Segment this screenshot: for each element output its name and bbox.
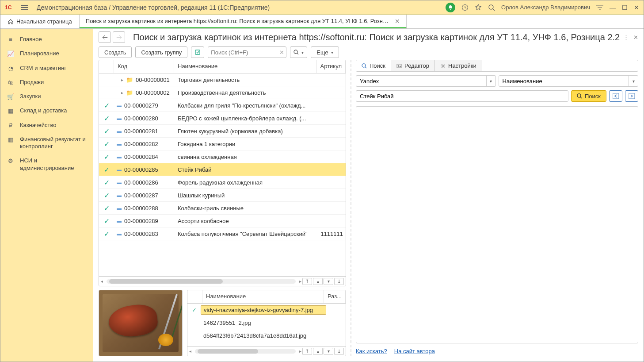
tab-settings[interactable]: Настройки bbox=[435, 60, 482, 71]
col-code[interactable]: Код bbox=[114, 60, 174, 73]
create-group-button[interactable]: Создать группу bbox=[135, 46, 187, 58]
scroll-up[interactable]: ▴ bbox=[313, 278, 323, 285]
file-col-name[interactable]: Наименование bbox=[202, 290, 324, 303]
boxes-icon: ▦ bbox=[7, 108, 15, 114]
sidebar-item-finresult[interactable]: ▥Финансовый результат и контроллинг bbox=[0, 132, 93, 154]
forward-button[interactable]: 🡢 bbox=[113, 31, 125, 43]
search-icon[interactable] bbox=[488, 4, 495, 11]
table-row[interactable]: ✓▬00-00000279Колбаски для гриля "По-крес… bbox=[99, 99, 346, 112]
table-header: Код Наименование Артикул bbox=[99, 60, 346, 73]
scroll-down[interactable]: ▾ bbox=[324, 278, 333, 285]
h-scrollbar[interactable] bbox=[107, 279, 296, 284]
sidebar-item-warehouse[interactable]: ▦Склад и доставка bbox=[0, 104, 93, 118]
table-row[interactable]: ✓▬00-00000287Шашлык куриный bbox=[99, 189, 346, 202]
table-row[interactable]: ✓▬00-00000285Стейк Рибай bbox=[99, 163, 346, 176]
refresh-button[interactable] bbox=[191, 46, 204, 58]
field-input[interactable] bbox=[499, 78, 629, 85]
engine-combo[interactable]: ▾ bbox=[356, 75, 496, 87]
file-row[interactable]: 1462739551_2.jpg bbox=[187, 316, 346, 329]
file-mark: ✓ bbox=[187, 307, 201, 313]
maximize-button[interactable]: ☐ bbox=[622, 4, 628, 11]
bell-icon[interactable] bbox=[446, 3, 455, 12]
table-row[interactable]: ✓▬00-00000288Колбаски-гриль свинные bbox=[99, 202, 346, 215]
table-row[interactable]: ▸📁00-00000001Торговая деятельность bbox=[99, 73, 346, 86]
search-button[interactable]: Поиск bbox=[571, 90, 606, 102]
sidebar-item-crm[interactable]: ◔CRM и маркетинг bbox=[0, 61, 93, 75]
search-drop-button[interactable] bbox=[290, 46, 307, 58]
home-tab[interactable]: Начальная страница bbox=[0, 15, 80, 28]
back-button[interactable]: 🡠 bbox=[99, 31, 111, 43]
row-name: Глютен кукурузный (кормовая добавка) bbox=[174, 128, 321, 135]
engine-input[interactable] bbox=[356, 78, 486, 85]
f-scroll-top[interactable]: ⤒ bbox=[302, 348, 312, 355]
close-window-button[interactable]: ✕ bbox=[634, 4, 639, 11]
table-row[interactable]: ✓▬00-00000283Колбаса полукопченая "Серве… bbox=[99, 227, 346, 240]
tab-search[interactable]: Поиск bbox=[356, 60, 391, 71]
sidebar-item-nsi[interactable]: ⚙НСИ и администрирование bbox=[0, 154, 93, 175]
col-name[interactable]: Наименование bbox=[174, 60, 317, 73]
table-row[interactable]: ✓▬00-00000284свинина охлажденная bbox=[99, 150, 346, 163]
menu-icon[interactable] bbox=[21, 5, 28, 10]
file-h-scrollbar[interactable] bbox=[195, 349, 296, 354]
f-scroll-bottom[interactable]: ⤓ bbox=[334, 348, 344, 355]
user-name[interactable]: Орлов Александр Владимирович bbox=[501, 4, 590, 11]
sidebar-item-main[interactable]: ≡Главное bbox=[0, 32, 93, 46]
f-scroll-up[interactable]: ▴ bbox=[313, 348, 323, 355]
row-name: Торговая деятельность bbox=[174, 77, 321, 83]
scroll-top[interactable]: ⤒ bbox=[302, 278, 312, 285]
engine-drop[interactable]: ▾ bbox=[486, 76, 495, 86]
field-drop[interactable]: ▾ bbox=[629, 76, 638, 86]
tab-close-icon[interactable]: ✕ bbox=[395, 18, 400, 25]
row-mark: ✓ bbox=[99, 114, 114, 123]
app-title: Демонстрационная база / Управление торго… bbox=[37, 4, 270, 11]
svg-line-13 bbox=[297, 53, 298, 54]
table-row[interactable]: ✓▬00-00000289Ассорти колбасное bbox=[99, 215, 346, 227]
page-close-icon[interactable]: ✕ bbox=[633, 34, 638, 41]
svg-rect-21 bbox=[613, 93, 619, 99]
field-combo[interactable]: ▾ bbox=[499, 75, 639, 87]
history-icon[interactable] bbox=[461, 4, 469, 11]
minimize-button[interactable]: — bbox=[610, 4, 616, 11]
create-button[interactable]: Создать bbox=[99, 46, 132, 58]
sidebar-item-treasury[interactable]: ₽Казначейство bbox=[0, 118, 93, 132]
row-name: Производственная деятельность bbox=[174, 89, 321, 96]
tab-editor[interactable]: Редактор bbox=[391, 60, 435, 71]
row-code: ▬00-00000279 bbox=[114, 102, 174, 109]
row-code: ▬00-00000283 bbox=[114, 231, 174, 237]
link-author-site[interactable]: На сайт автора bbox=[394, 348, 435, 354]
scroll-bottom[interactable]: ⤓ bbox=[334, 278, 344, 285]
table-row[interactable]: ✓▬00-00000280БЕДРО с кожей цыпленка-брой… bbox=[99, 112, 346, 125]
sidebar-item-purchases[interactable]: 🛒Закупки bbox=[0, 89, 93, 104]
f-scroll-down[interactable]: ▾ bbox=[324, 348, 333, 355]
col-article[interactable]: Артикул bbox=[317, 60, 346, 73]
row-name: Стейк Рибай bbox=[174, 166, 321, 173]
file-row[interactable]: d584ff23f6b72413d8cfa7a1e8dd16af.jpg bbox=[187, 329, 346, 342]
table-row[interactable]: ✓▬00-00000281Глютен кукурузный (кормовая… bbox=[99, 125, 346, 138]
settings-lines-icon[interactable] bbox=[596, 5, 603, 10]
files-table: Наименование Раз... ✓vidy-i-nazvaniya-st… bbox=[187, 290, 346, 356]
image-preview[interactable] bbox=[99, 290, 183, 356]
file-row[interactable]: ✓vidy-i-nazvaniya-stejkov-iz-govyadiny-7… bbox=[187, 304, 346, 316]
query-input[interactable] bbox=[356, 90, 568, 102]
file-name: d584ff23f6b72413d8cfa7a1e8dd16af.jpg bbox=[201, 331, 326, 340]
clear-search-icon[interactable]: ✕ bbox=[279, 49, 284, 56]
link-how-search[interactable]: Как искать? bbox=[356, 348, 387, 354]
file-col-size[interactable]: Раз... bbox=[324, 290, 346, 303]
svg-point-6 bbox=[489, 5, 493, 9]
sidebar-item-planning[interactable]: 📈Планирование bbox=[0, 46, 93, 61]
table-row[interactable]: ✓▬00-00000282Говядина 1 категории bbox=[99, 138, 346, 150]
table-row[interactable]: ✓▬00-00000286Форель радужная охлажденная bbox=[99, 176, 346, 189]
collapse-right-button[interactable] bbox=[625, 90, 638, 102]
open-tab[interactable]: Поиск и загрузка картинок из интернета h… bbox=[80, 15, 407, 28]
quick-search[interactable]: ✕ bbox=[208, 46, 286, 58]
table-row[interactable]: ▸📁00-00000002Производственная деятельнос… bbox=[99, 86, 346, 99]
gear-icon bbox=[440, 63, 446, 69]
more-button[interactable]: Еще bbox=[311, 46, 339, 58]
page-menu-icon[interactable]: ⋮ bbox=[623, 34, 629, 41]
sidebar-item-sales[interactable]: 🛍Продажи bbox=[0, 75, 93, 89]
quick-search-input[interactable] bbox=[210, 49, 278, 56]
svg-text:1С: 1С bbox=[5, 4, 12, 11]
tabs-row: Начальная страница Поиск и загрузка карт… bbox=[0, 15, 644, 29]
collapse-left-button[interactable] bbox=[609, 90, 622, 102]
star-icon[interactable] bbox=[475, 4, 482, 11]
